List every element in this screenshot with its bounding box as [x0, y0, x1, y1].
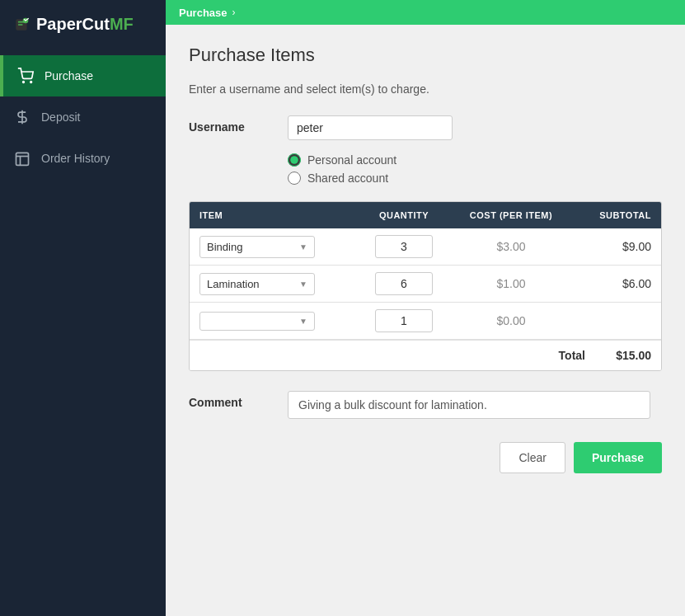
- cart-icon: [16, 67, 35, 85]
- item-select-1-text: Binding: [207, 241, 296, 253]
- col-quantity: QUANTITY: [361, 202, 447, 228]
- shared-account-option[interactable]: Shared account: [288, 172, 662, 185]
- app-logo: PaperCutMF: [0, 0, 166, 49]
- shared-account-label: Shared account: [307, 172, 388, 185]
- page-body: Purchase Items Enter a username and sele…: [166, 25, 685, 616]
- subtotal-cell-2: $6.00: [575, 270, 661, 297]
- items-table: ITEM QUANTITY COST (PER ITEM) SUBTOTAL B…: [189, 201, 662, 371]
- table-total-row: Total $15.00: [190, 340, 661, 370]
- app-name: PaperCutMF: [36, 15, 134, 34]
- sidebar-item-deposit-label: Deposit: [41, 111, 80, 124]
- table-row: ▼ $0.00: [190, 303, 661, 340]
- subtotal-cell-1: $9.00: [575, 233, 661, 260]
- sidebar-item-purchase-label: Purchase: [45, 69, 93, 82]
- cost-cell-1: $3.00: [447, 233, 575, 260]
- sidebar-item-order-history[interactable]: Order History: [0, 138, 166, 179]
- breadcrumb-purchase: Purchase: [179, 7, 228, 19]
- clear-button[interactable]: Clear: [500, 442, 565, 473]
- item-select-1[interactable]: Binding ▼: [199, 236, 315, 258]
- personal-account-radio[interactable]: [288, 153, 301, 167]
- sidebar-nav: Purchase Deposit Order History: [0, 55, 166, 179]
- col-cost: COST (PER ITEM): [447, 202, 575, 228]
- comment-row: Comment: [189, 391, 662, 419]
- table-row: Binding ▼ $3.00 $9.00: [190, 228, 661, 266]
- item-select-3[interactable]: ▼: [199, 312, 315, 331]
- purchase-button[interactable]: Purchase: [574, 442, 662, 473]
- qty-cell-2: [361, 266, 447, 302]
- deposit-icon: [13, 108, 31, 126]
- item-cell-2: Lamination ▼: [190, 266, 361, 302]
- history-icon: [13, 149, 31, 167]
- comment-input[interactable]: [288, 391, 650, 419]
- breadcrumb-chevron-icon: ›: [232, 7, 236, 18]
- sidebar-item-order-history-label: Order History: [41, 152, 110, 165]
- qty-cell-3: [361, 303, 447, 339]
- item-select-1-arrow: ▼: [299, 242, 307, 252]
- svg-point-3: [30, 82, 32, 83]
- username-input[interactable]: [288, 115, 453, 140]
- table-row: Lamination ▼ $1.00 $6.00: [190, 266, 661, 303]
- item-select-2-arrow: ▼: [299, 280, 307, 289]
- item-select-2[interactable]: Lamination ▼: [199, 273, 315, 295]
- col-subtotal: SUBTOTAL: [575, 202, 661, 228]
- comment-control: [288, 391, 662, 419]
- qty-input-3[interactable]: [375, 309, 433, 332]
- item-select-3-arrow: ▼: [299, 317, 307, 326]
- item-select-2-text: Lamination: [207, 278, 296, 290]
- svg-point-2: [23, 82, 25, 83]
- qty-input-1[interactable]: [375, 235, 433, 258]
- total-label: Total: [559, 349, 585, 362]
- cost-cell-3: $0.00: [447, 308, 575, 334]
- personal-account-option[interactable]: Personal account: [288, 153, 662, 167]
- page-instruction: Enter a username and select item(s) to c…: [189, 82, 662, 96]
- personal-account-label: Personal account: [307, 153, 396, 167]
- sidebar-item-purchase[interactable]: Purchase: [0, 55, 166, 96]
- col-item: ITEM: [190, 202, 361, 228]
- item-cell-1: Binding ▼: [190, 229, 361, 265]
- qty-input-2[interactable]: [375, 272, 433, 295]
- total-amount: $15.00: [602, 349, 651, 362]
- svg-rect-4: [16, 153, 29, 165]
- sidebar: PaperCutMF Purchase Deposit: [0, 0, 166, 616]
- breadcrumb-bar: Purchase ›: [166, 0, 685, 25]
- sidebar-item-deposit[interactable]: Deposit: [0, 96, 166, 138]
- username-label: Username: [189, 115, 288, 134]
- item-cell-3: ▼: [190, 304, 361, 338]
- subtotal-cell-3: [575, 314, 661, 327]
- username-control: [288, 115, 662, 140]
- qty-cell-1: [361, 228, 447, 265]
- table-header: ITEM QUANTITY COST (PER ITEM) SUBTOTAL: [190, 202, 661, 228]
- username-row: Username: [189, 115, 662, 140]
- comment-label: Comment: [189, 391, 288, 409]
- shared-account-radio[interactable]: [288, 172, 301, 185]
- page-title: Purchase Items: [189, 45, 662, 66]
- main-content: Purchase › Purchase Items Enter a userna…: [166, 0, 685, 616]
- papercut-logo-icon: [13, 16, 30, 33]
- actions-row: Clear Purchase: [189, 442, 662, 473]
- cost-cell-2: $1.00: [447, 270, 575, 297]
- app-name-suffix: MF: [110, 15, 134, 33]
- account-type-group: Personal account Shared account: [288, 153, 662, 185]
